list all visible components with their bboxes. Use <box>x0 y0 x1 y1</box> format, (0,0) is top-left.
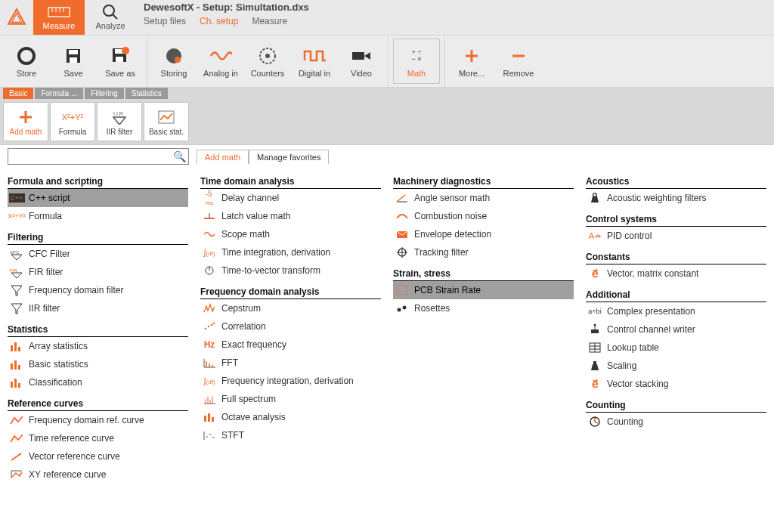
svg-point-72 <box>212 437 214 438</box>
item-fft[interactable]: FFT <box>200 354 381 372</box>
mini-tab-statistics[interactable]: Statistics <box>125 88 168 99</box>
hz-icon: Hz <box>202 338 217 351</box>
fft-icon <box>202 356 217 370</box>
item-stft[interactable]: STFT <box>200 426 381 444</box>
mini-tab-filtering[interactable]: Filtering <box>85 88 124 99</box>
mini-tab-basic[interactable]: Basic <box>3 88 33 99</box>
item-envelope-detection[interactable]: Envelope detection <box>393 225 574 243</box>
shortcut-formula[interactable]: X²+Y²Formula <box>50 102 95 141</box>
svg-rect-39 <box>18 347 20 351</box>
item-iir-filter[interactable]: IIR filter <box>8 299 188 317</box>
item-combustion-noise[interactable]: Combustion noise <box>393 207 574 225</box>
item-vector-reference-curve[interactable]: Vector reference curve <box>8 447 188 466</box>
curve-icon <box>9 413 24 427</box>
sub-tab-ch-setup[interactable]: Ch. setup <box>200 16 238 26</box>
svg-text:CFC: CFC <box>10 250 20 255</box>
am-tab-manage-favorites[interactable]: Manage favorites <box>249 150 329 164</box>
funnel-icon <box>9 302 24 315</box>
item-tracking-filter[interactable]: Tracking filter <box>393 243 574 261</box>
item-lookup-table[interactable]: Lookup table <box>586 339 766 357</box>
item-vector-stacking[interactable]: e⃗Vector stacking <box>586 375 766 393</box>
abi-icon: a+bi <box>587 305 602 318</box>
svg-rect-90 <box>593 361 596 364</box>
scale-icon <box>587 359 602 373</box>
svg-rect-12 <box>70 57 77 63</box>
measure-icon <box>48 5 70 20</box>
svg-rect-42 <box>18 365 20 370</box>
addmath-icon <box>17 108 34 126</box>
svg-rect-41 <box>14 360 17 370</box>
item-octave-analysis[interactable]: Octave analysis <box>200 408 381 426</box>
measure-label: Measure <box>43 21 76 30</box>
item-acoustic-weighting-filters[interactable]: Acoustic weighting filters <box>586 189 766 207</box>
xyref-icon <box>9 468 24 481</box>
oct-icon <box>202 410 217 424</box>
item-latch-value-math[interactable]: Latch value math <box>200 207 381 225</box>
item-control-channel-writer[interactable]: Control channel writer <box>586 320 766 339</box>
evec-icon: e⃗ <box>587 267 602 280</box>
item-formula[interactable]: X²+Y²Formula <box>8 207 188 225</box>
remove-button[interactable]: Remove <box>495 36 542 87</box>
store-button[interactable]: Store <box>3 36 50 87</box>
item-complex-presentation[interactable]: a+biComplex presentation <box>586 302 766 320</box>
digitalin-button[interactable]: Digital in <box>291 36 338 87</box>
counters-button[interactable]: Counters <box>244 36 291 87</box>
item-scope-math[interactable]: Scope math <box>200 225 381 243</box>
item-fir-filter[interactable]: FIRFIR filter <box>8 263 188 281</box>
svg-marker-29 <box>113 117 125 125</box>
item-rosettes[interactable]: Rosettes <box>393 299 574 317</box>
item-correlation[interactable]: Correlation <box>200 317 381 336</box>
item-vector-matrix-constant[interactable]: e⃗Vector, matrix constant <box>586 264 766 283</box>
bars-icon <box>9 339 24 353</box>
sub-tab-measure[interactable]: Measure <box>252 16 287 26</box>
cfc-icon: CFC <box>9 247 24 261</box>
item-frequency-integration-derivation[interactable]: ∫(df)Frequency integration, derivation <box>200 372 381 390</box>
more-button[interactable]: More... <box>448 36 495 87</box>
item-counting[interactable]: Counting <box>586 413 766 431</box>
shortcut-iir[interactable]: I I RIIR filter <box>97 102 142 141</box>
item-delay-channel[interactable]: -5msDelay channel <box>200 189 381 207</box>
item-cepstrum[interactable]: Cepstrum <box>200 299 381 317</box>
app-logo <box>0 0 33 35</box>
item-frequency-domain-ref-curve[interactable]: Frequency domain ref. curve <box>8 411 188 429</box>
item-time-to-vector-transform[interactable]: Time-to-vector transform <box>200 261 381 280</box>
formula-icon: X²+Y² <box>62 108 83 126</box>
analogin-button[interactable]: Analog in <box>197 36 244 87</box>
latch-icon <box>202 209 217 223</box>
svg-point-81 <box>403 306 407 310</box>
item-exact-frequency[interactable]: HzExact frequency <box>200 336 381 354</box>
storing-button[interactable]: Storing <box>150 36 197 87</box>
item-angle-sensor-math[interactable]: Angle sensor math <box>393 189 574 207</box>
analyze-button[interactable]: Analyze <box>85 0 136 35</box>
t2v-icon <box>202 264 217 277</box>
item-array-statistics[interactable]: Array statistics <box>8 337 188 355</box>
sub-tab-setup-files[interactable]: Setup files <box>144 16 186 26</box>
saveas-button[interactable]: Save as <box>97 36 144 87</box>
item-time-integration-derivation[interactable]: ∫(dt)Time integration, derivation <box>200 243 381 261</box>
category-acoustics: Acoustics <box>586 174 766 189</box>
save-button[interactable]: Save <box>50 36 97 87</box>
shortcut-basicstat[interactable]: Basic stat. <box>144 102 189 141</box>
svg-rect-83 <box>591 329 599 333</box>
mini-tab-formula[interactable]: Formula ... <box>35 88 83 99</box>
item-frequency-domain-filter[interactable]: Frequency domain filter <box>8 281 188 299</box>
bars-icon <box>9 357 24 371</box>
math-button[interactable]: + ÷− ×Math <box>393 39 440 84</box>
video-button[interactable]: Video <box>338 36 385 87</box>
item-time-reference-curve[interactable]: Time reference curve <box>8 429 188 447</box>
item-pid-control[interactable]: A↛PID control <box>586 227 766 245</box>
item-xy-reference-curve[interactable]: XY reference curve <box>8 466 188 484</box>
item-basic-statistics[interactable]: Basic statistics <box>8 355 188 373</box>
item-classification[interactable]: Classification <box>8 373 188 391</box>
search-input[interactable] <box>8 148 189 165</box>
shortcut-addmath[interactable]: Add math <box>3 102 48 141</box>
item-full-spectrum[interactable]: Full spectrum <box>200 390 381 408</box>
measure-button[interactable]: Measure <box>33 0 85 35</box>
item-scaling[interactable]: Scaling <box>586 357 766 375</box>
saveas-icon <box>109 45 132 67</box>
item-cfc-filter[interactable]: CFCCFC Filter <box>8 245 188 263</box>
cep-icon <box>202 302 217 315</box>
item-c-script[interactable]: C++C++ script <box>8 189 188 207</box>
item-pcb-strain-rate[interactable]: PCB Strain Rate <box>393 281 574 299</box>
am-tab-add-math[interactable]: Add math <box>197 150 249 164</box>
